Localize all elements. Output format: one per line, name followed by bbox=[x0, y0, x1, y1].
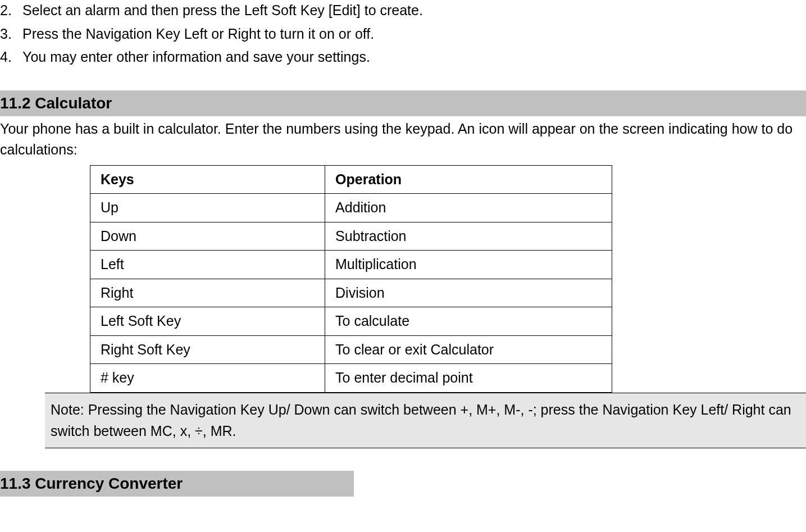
list-number: 4. bbox=[0, 47, 22, 68]
cell-operation: To enter decimal point bbox=[325, 364, 612, 393]
note-box: Note: Pressing the Navigation Key Up/ Do… bbox=[45, 393, 806, 449]
list-item: 4. You may enter other information and s… bbox=[0, 47, 806, 68]
cell-operation: To clear or exit Calculator bbox=[325, 335, 612, 364]
cell-keys: # key bbox=[90, 364, 325, 393]
col-header-keys: Keys bbox=[90, 165, 325, 194]
cell-keys: Up bbox=[90, 194, 325, 222]
list-number: 3. bbox=[0, 24, 22, 45]
cell-operation: Multiplication bbox=[325, 251, 612, 279]
calculator-keys-table-container: Keys Operation Up Addition Down Subtract… bbox=[90, 165, 612, 393]
list-item: 3. Press the Navigation Key Left or Righ… bbox=[0, 24, 806, 45]
section-number: 11.2 bbox=[0, 92, 35, 115]
list-text: Press the Navigation Key Left or Right t… bbox=[22, 24, 806, 45]
cell-operation: Division bbox=[325, 279, 612, 307]
table-row: Left Soft Key To calculate bbox=[90, 307, 612, 336]
list-text: Select an alarm and then press the Left … bbox=[22, 0, 806, 21]
section-header-11-2: 11.2 Calculator bbox=[0, 90, 806, 116]
table-row: Right Division bbox=[90, 279, 612, 307]
cell-keys: Left Soft Key bbox=[90, 307, 325, 336]
table-row: Left Multiplication bbox=[90, 251, 612, 279]
table-row: Down Subtraction bbox=[90, 222, 612, 251]
list-item: 2. Select an alarm and then press the Le… bbox=[0, 0, 806, 21]
cell-keys: Left bbox=[90, 251, 325, 279]
section-number: 11.3 bbox=[0, 472, 35, 495]
section-header-11-3: 11.3 Currency Converter bbox=[0, 471, 354, 497]
document-page: 2. Select an alarm and then press the Le… bbox=[0, 0, 806, 497]
cell-operation: Subtraction bbox=[325, 222, 612, 251]
cell-keys: Down bbox=[90, 222, 325, 251]
cell-operation: To calculate bbox=[325, 307, 612, 336]
list-number: 2. bbox=[0, 0, 22, 21]
cell-keys: Right bbox=[90, 279, 325, 307]
calculator-keys-table: Keys Operation Up Addition Down Subtract… bbox=[90, 165, 612, 393]
col-header-operation: Operation bbox=[325, 165, 612, 194]
list-text: You may enter other information and save… bbox=[22, 47, 806, 68]
section-title: Currency Converter bbox=[35, 472, 183, 495]
table-header-row: Keys Operation bbox=[90, 165, 612, 194]
table-row: Up Addition bbox=[90, 194, 612, 222]
cell-operation: Addition bbox=[325, 194, 612, 222]
cell-keys: Right Soft Key bbox=[90, 335, 325, 364]
table-row: Right Soft Key To clear or exit Calculat… bbox=[90, 335, 612, 364]
table-row: # key To enter decimal point bbox=[90, 364, 612, 393]
section-11-2-paragraph: Your phone has a built in calculator. En… bbox=[0, 119, 806, 161]
section-title: Calculator bbox=[35, 92, 112, 115]
